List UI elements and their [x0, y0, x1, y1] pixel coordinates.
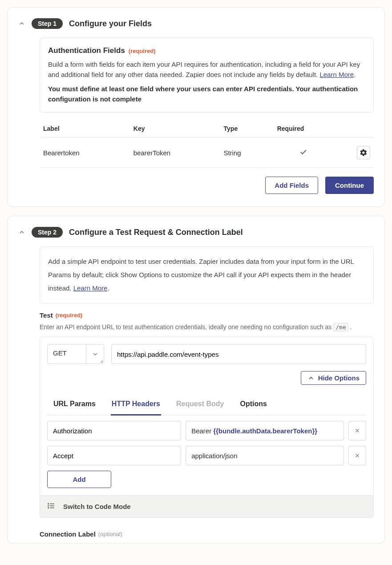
auth-fields-heading: Authentication Fields — [48, 46, 125, 55]
row-key: bearerToken — [130, 138, 220, 168]
learn-more-link[interactable]: Learn More — [73, 284, 108, 292]
close-icon[interactable] — [348, 446, 366, 465]
test-label: Test — [40, 311, 53, 319]
row-label: Bearertoken — [40, 138, 130, 168]
header-value-input[interactable]: Bearer {{bundle.authData.bearerToken}} — [186, 421, 344, 440]
switch-code-mode-label: Switch to Code Mode — [63, 503, 131, 510]
step1-badge: Step 1 — [32, 18, 63, 29]
close-icon[interactable] — [348, 421, 366, 440]
test-hint: Enter an API endpoint URL to test authen… — [40, 323, 374, 331]
request-box: GET Hide Options URL Params HTTP Headers… — [40, 337, 374, 496]
token-variable: {{bundle.authData.bearerToken}} — [213, 427, 317, 435]
table-row: Bearertoken bearerToken String — [40, 138, 374, 168]
step1-header: Step 1 Configure your Fields — [18, 18, 374, 29]
add-fields-button[interactable]: Add Fields — [265, 177, 318, 194]
connection-label: Connection Label — [40, 530, 96, 538]
auth-fields-desc: Build a form with fields for each item y… — [48, 60, 365, 80]
step1-card: Step 1 Configure your Fields Authenticat… — [7, 7, 385, 207]
learn-more-link[interactable]: Learn More — [319, 71, 354, 78]
check-icon — [299, 150, 307, 157]
svg-point-9 — [48, 508, 49, 508]
col-required: Required — [274, 120, 334, 138]
collapse-icon[interactable] — [18, 20, 25, 27]
step2-title: Configure a Test Request & Connection La… — [69, 228, 243, 237]
required-tag: (required) — [129, 48, 156, 54]
tab-request-body[interactable]: Request Body — [175, 394, 225, 415]
optional-tag: (optional) — [98, 531, 122, 537]
header-key-input[interactable] — [47, 421, 181, 440]
list-icon — [47, 502, 55, 511]
continue-button[interactable]: Continue — [325, 177, 374, 194]
header-value-input[interactable]: application/json — [186, 446, 344, 465]
step2-card: Step 2 Configure a Test Request & Connec… — [7, 216, 385, 544]
collapse-icon[interactable] — [18, 229, 25, 236]
gear-icon[interactable] — [357, 146, 370, 159]
svg-point-8 — [48, 505, 49, 506]
method-value: GET — [48, 345, 86, 363]
switch-code-mode[interactable]: Switch to Code Mode — [40, 496, 374, 518]
url-input[interactable] — [111, 344, 366, 364]
col-key: Key — [130, 120, 220, 138]
method-select[interactable]: GET — [47, 344, 104, 364]
auth-warning: You must define at least one field where… — [48, 84, 365, 104]
test-desc: Add a simple API endpoint to test user c… — [48, 255, 365, 295]
header-row: application/json — [47, 446, 366, 465]
test-desc-box: Add a simple API endpoint to test user c… — [40, 246, 374, 303]
auth-fields-box: Authentication Fields (required) Build a… — [40, 38, 374, 113]
tab-url-params[interactable]: URL Params — [53, 394, 97, 415]
step2-badge: Step 2 — [32, 227, 63, 238]
auth-desc-text: Build a form with fields for each item y… — [48, 61, 360, 78]
header-key-input[interactable] — [47, 446, 181, 465]
chevron-down-icon[interactable] — [86, 345, 104, 363]
step2-header: Step 2 Configure a Test Request & Connec… — [18, 227, 374, 238]
add-header-button[interactable]: Add — [47, 471, 111, 488]
tab-http-headers[interactable]: HTTP Headers — [111, 394, 161, 416]
tabs: URL Params HTTP Headers Request Body Opt… — [47, 394, 366, 416]
row-type: String — [220, 138, 274, 168]
step1-title: Configure your Fields — [69, 19, 152, 28]
hide-options-label: Hide Options — [318, 374, 360, 382]
col-type: Type — [220, 120, 274, 138]
col-label: Label — [40, 120, 130, 138]
svg-point-7 — [48, 504, 49, 504]
header-row: Bearer {{bundle.authData.bearerToken}} — [47, 421, 366, 440]
code-chip: /me — [333, 323, 348, 331]
hide-options-button[interactable]: Hide Options — [301, 371, 366, 385]
fields-table: Label Key Type Required Bearertoken bear… — [40, 120, 374, 168]
tab-options[interactable]: Options — [239, 394, 268, 415]
required-tag: (required) — [56, 312, 83, 319]
